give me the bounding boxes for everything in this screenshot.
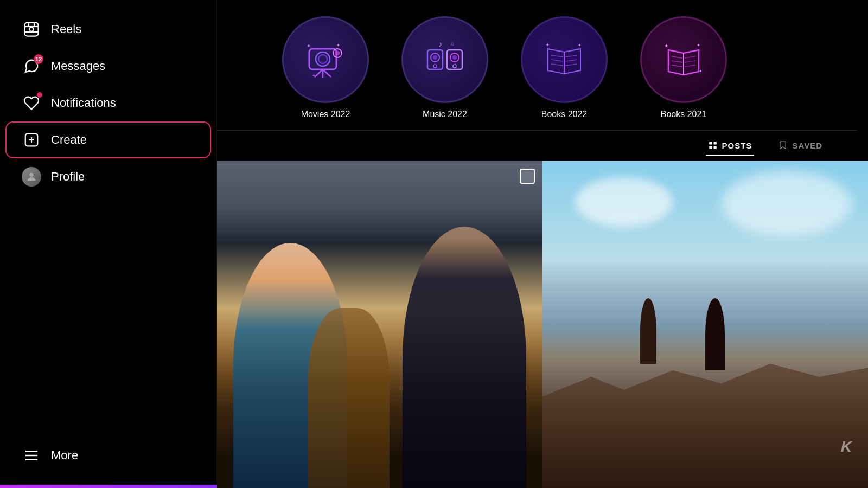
svg-text:✦: ✦ [697, 43, 700, 48]
sidebar-item-more[interactable]: More [7, 438, 210, 476]
notifications-dot [37, 92, 42, 98]
svg-text:✦: ✦ [336, 43, 340, 48]
sidebar-item-label: Notifications [51, 96, 116, 110]
notifications-icon [22, 93, 41, 113]
svg-point-27 [433, 65, 437, 68]
messages-badge: 12 [34, 54, 43, 64]
svg-rect-0 [25, 23, 39, 36]
highlight-label-books2022: Books 2022 [541, 110, 588, 119]
svg-line-48 [685, 61, 695, 62]
highlights-row: ✦ ✦ ✦ Movies 2022 [217, 0, 868, 130]
tabs-row: POSTS SAVED [217, 130, 857, 161]
svg-line-49 [685, 65, 695, 67]
svg-line-36 [551, 60, 563, 61]
bottom-gradient-bar [0, 485, 217, 488]
more-icon [22, 446, 41, 465]
svg-line-46 [672, 65, 682, 67]
post-item-2[interactable]: K [542, 161, 868, 488]
svg-point-26 [433, 55, 437, 60]
svg-text:✦: ✦ [545, 42, 550, 48]
highlight-label-books2021: Books 2021 [661, 110, 707, 119]
tab-saved[interactable]: SAVED [776, 136, 825, 156]
tab-posts-label: POSTS [722, 141, 752, 150]
svg-text:✦: ✦ [699, 69, 703, 74]
svg-line-39 [565, 60, 577, 61]
grid-icon [708, 140, 718, 150]
sidebar-item-notifications[interactable]: Notifications [7, 86, 210, 120]
svg-text:♫: ♫ [450, 41, 455, 47]
highlight-books2021[interactable]: ✦ ✦ ✦ Books 2021 [640, 16, 727, 119]
reels-icon [22, 20, 41, 39]
highlight-circle-music: ♪ ♫ [401, 16, 488, 103]
svg-line-35 [551, 55, 563, 57]
sidebar-item-messages[interactable]: 12 Messages [7, 49, 210, 84]
svg-text:✦: ✦ [664, 43, 668, 49]
svg-rect-55 [709, 146, 712, 149]
svg-line-16 [315, 69, 323, 77]
highlight-circle-books1: ✦ ✦ [521, 16, 608, 103]
multi-photo-icon [520, 169, 535, 184]
highlight-books2022[interactable]: ✦ ✦ Books 2022 [521, 16, 608, 119]
svg-point-9 [29, 173, 33, 177]
svg-rect-56 [713, 146, 716, 149]
svg-line-40 [565, 64, 577, 66]
svg-text:✦: ✦ [307, 43, 311, 49]
sidebar-item-reels[interactable]: Reels [7, 12, 210, 47]
sidebar-item-label: Messages [51, 59, 105, 73]
highlight-movies2022[interactable]: ✦ ✦ ✦ Movies 2022 [282, 16, 369, 119]
main-content: ✦ ✦ ✦ Movies 2022 [217, 0, 868, 488]
highlight-circle-books2: ✦ ✦ ✦ [640, 16, 727, 103]
sidebar-item-label: Profile [51, 170, 85, 184]
svg-line-47 [685, 56, 695, 58]
sidebar: Reels 12 Messages Notifications [0, 0, 217, 488]
tab-saved-label: SAVED [792, 141, 822, 150]
svg-line-18 [323, 69, 331, 77]
svg-text:♪: ♪ [438, 40, 442, 48]
highlight-music2022[interactable]: ♪ ♫ Music 2022 [401, 16, 488, 119]
messages-icon: 12 [22, 56, 41, 76]
svg-text:✦: ✦ [312, 73, 316, 78]
bookmark-icon [778, 140, 788, 150]
svg-line-44 [672, 56, 682, 58]
svg-point-30 [452, 55, 457, 60]
post-item-1[interactable] [217, 161, 542, 488]
sidebar-item-profile[interactable]: Profile [7, 159, 210, 194]
create-icon [22, 130, 41, 150]
highlight-label-movies: Movies 2022 [301, 110, 350, 119]
sidebar-item-label: More [51, 448, 78, 463]
svg-line-45 [672, 61, 682, 62]
svg-line-38 [565, 55, 577, 57]
svg-point-15 [318, 55, 327, 63]
svg-line-37 [551, 64, 563, 66]
sidebar-item-label: Reels [51, 22, 81, 36]
tab-posts[interactable]: POSTS [706, 136, 755, 156]
svg-point-31 [453, 65, 456, 68]
svg-point-20 [335, 51, 340, 55]
profile-avatar [22, 167, 41, 187]
svg-rect-53 [709, 142, 712, 144]
sidebar-item-label: Create [51, 133, 87, 147]
highlight-circle-movies: ✦ ✦ ✦ [282, 16, 369, 103]
sidebar-item-create[interactable]: Create [7, 123, 210, 157]
svg-rect-54 [713, 142, 716, 144]
svg-point-14 [316, 52, 330, 66]
svg-text:✦: ✦ [578, 43, 582, 48]
svg-point-1 [29, 27, 34, 31]
highlight-label-music: Music 2022 [423, 110, 467, 119]
posts-grid: K [217, 161, 868, 488]
